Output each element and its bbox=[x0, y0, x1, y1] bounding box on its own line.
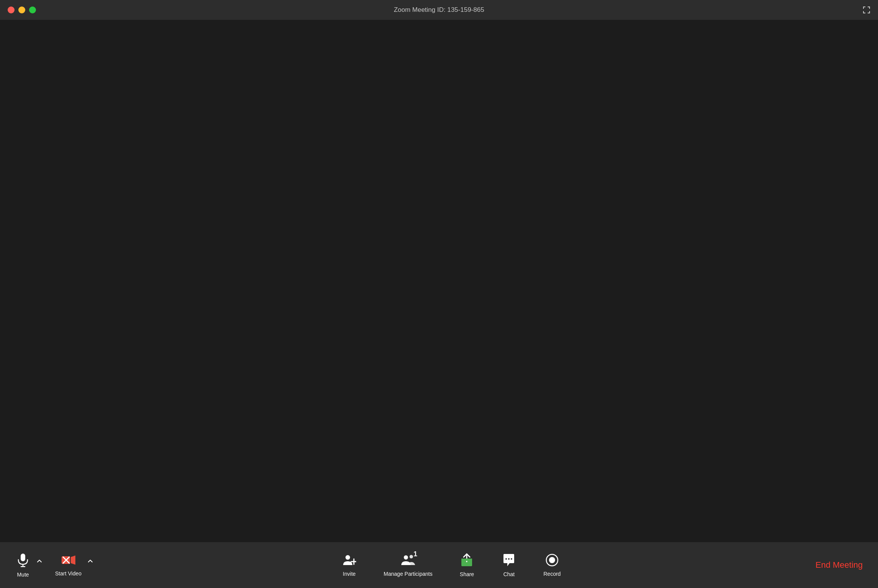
svg-rect-21 bbox=[461, 559, 472, 561]
end-meeting-button[interactable]: End Meeting bbox=[808, 556, 870, 574]
record-icon bbox=[546, 554, 559, 569]
mute-label: Mute bbox=[17, 572, 29, 578]
share-button[interactable]: Share bbox=[451, 550, 482, 580]
window-title: Zoom Meeting ID: 135-159-865 bbox=[394, 6, 484, 14]
toolbar: Mute Start Video bbox=[0, 542, 878, 588]
svg-rect-1 bbox=[863, 6, 864, 9]
svg-rect-3 bbox=[869, 6, 870, 9]
mic-icon bbox=[17, 553, 29, 569]
start-video-label: Start Video bbox=[55, 570, 81, 577]
close-button[interactable] bbox=[8, 6, 15, 13]
share-label: Share bbox=[460, 571, 474, 577]
svg-rect-7 bbox=[869, 11, 870, 13]
maximize-button[interactable] bbox=[29, 6, 36, 13]
traffic-lights bbox=[8, 6, 36, 13]
participants-count: 1 bbox=[414, 551, 417, 557]
svg-point-23 bbox=[508, 558, 510, 560]
toolbar-left: Mute Start Video bbox=[8, 550, 94, 581]
svg-point-26 bbox=[549, 557, 555, 563]
title-bar: Zoom Meeting ID: 135-159-865 bbox=[0, 0, 878, 20]
meeting-video-area bbox=[0, 20, 878, 542]
svg-point-19 bbox=[409, 555, 413, 558]
fullscreen-button[interactable] bbox=[861, 5, 872, 15]
record-button[interactable]: Record bbox=[536, 551, 568, 580]
invite-icon bbox=[342, 554, 356, 569]
manage-participants-button[interactable]: 1 Manage Participants bbox=[376, 551, 440, 580]
manage-participants-label: Manage Participants bbox=[384, 571, 433, 577]
svg-rect-5 bbox=[863, 11, 864, 13]
svg-point-22 bbox=[505, 558, 507, 560]
video-icon bbox=[61, 554, 76, 568]
svg-rect-8 bbox=[21, 554, 25, 561]
chat-button[interactable]: Chat bbox=[494, 550, 524, 580]
chat-label: Chat bbox=[503, 571, 515, 577]
start-video-button[interactable]: Start Video bbox=[47, 551, 89, 580]
svg-point-15 bbox=[345, 555, 350, 560]
invite-label: Invite bbox=[343, 571, 355, 577]
svg-marker-12 bbox=[71, 556, 75, 565]
mute-button[interactable]: Mute bbox=[8, 550, 38, 581]
invite-button[interactable]: Invite bbox=[334, 551, 365, 580]
share-icon bbox=[460, 553, 474, 569]
svg-point-24 bbox=[511, 558, 512, 560]
toolbar-right: End Meeting bbox=[808, 556, 870, 574]
toolbar-center: Invite 1 Manage Participants bbox=[94, 550, 808, 580]
record-label: Record bbox=[543, 571, 560, 577]
participants-icon: 1 bbox=[400, 554, 417, 569]
svg-point-18 bbox=[404, 555, 408, 559]
minimize-button[interactable] bbox=[18, 6, 25, 13]
chat-icon bbox=[502, 553, 516, 569]
